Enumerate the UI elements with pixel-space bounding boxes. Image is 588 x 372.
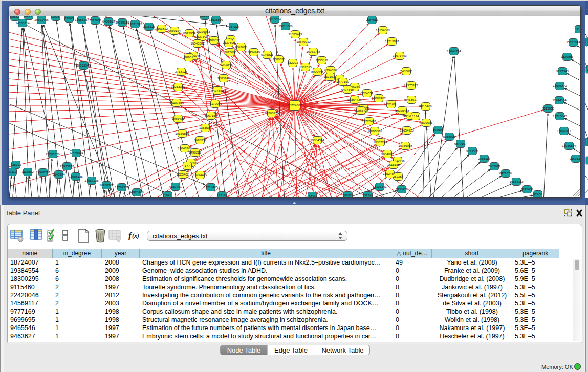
svg-text:8841: 8841 xyxy=(309,194,316,197)
svg-text:1993: 1993 xyxy=(52,16,59,18)
svg-text:9329966: 9329966 xyxy=(561,55,574,58)
svg-text:3624554: 3624554 xyxy=(361,91,374,95)
svg-text:1615152: 1615152 xyxy=(387,163,400,166)
svg-text:18640910: 18640910 xyxy=(296,40,311,43)
svg-text:19218506: 19218506 xyxy=(278,24,293,28)
svg-text:7955812: 7955812 xyxy=(316,58,329,62)
svg-text:9527508: 9527508 xyxy=(223,41,235,45)
svg-text:5274: 5274 xyxy=(364,193,372,197)
svg-text:8471676: 8471676 xyxy=(499,171,512,175)
svg-text:6794028: 6794028 xyxy=(324,68,337,72)
svg-text:1362615: 1362615 xyxy=(299,65,312,69)
svg-text:16961758: 16961758 xyxy=(306,50,320,53)
svg-text:11123: 11123 xyxy=(575,27,580,31)
svg-text:18807249: 18807249 xyxy=(373,140,387,144)
svg-text:8427552: 8427552 xyxy=(211,89,224,92)
svg-text:14055714: 14055714 xyxy=(15,21,30,25)
svg-text:17359924: 17359924 xyxy=(69,151,83,155)
svg-text:9463627: 9463627 xyxy=(405,98,418,101)
svg-text:10973493: 10973493 xyxy=(393,54,407,57)
svg-text:12975115: 12975115 xyxy=(404,83,418,87)
svg-text:15718485: 15718485 xyxy=(204,185,218,189)
svg-text:12444134: 12444134 xyxy=(552,98,567,102)
svg-text:117006: 117006 xyxy=(210,102,221,105)
svg-text:12213369: 12213369 xyxy=(171,85,185,89)
svg-text:16914479: 16914479 xyxy=(193,173,207,177)
svg-text:8454749: 8454749 xyxy=(248,50,260,54)
svg-text:(x): (x) xyxy=(132,232,139,239)
svg-text:1588520: 1588520 xyxy=(273,57,286,61)
svg-text:5958923: 5958923 xyxy=(443,135,456,138)
svg-text:3675685: 3675685 xyxy=(224,50,237,54)
svg-text:2087652: 2087652 xyxy=(366,18,379,21)
svg-text:1733426: 1733426 xyxy=(396,187,408,191)
svg-text:20053346: 20053346 xyxy=(76,63,91,67)
svg-text:12942757: 12942757 xyxy=(36,170,50,174)
svg-text:252254: 252254 xyxy=(393,174,404,178)
svg-text:1043: 1043 xyxy=(164,193,171,197)
svg-text:39119: 39119 xyxy=(9,170,17,173)
svg-text:17016504: 17016504 xyxy=(562,144,576,147)
svg-text:6632: 6632 xyxy=(344,193,352,197)
svg-text:6879197: 6879197 xyxy=(454,142,467,145)
svg-text:1965491: 1965491 xyxy=(172,117,185,120)
svg-text:1194: 1194 xyxy=(412,114,419,118)
svg-text:16671355: 16671355 xyxy=(128,22,142,26)
svg-text:7625402: 7625402 xyxy=(177,172,189,176)
svg-text:9227343: 9227343 xyxy=(556,69,569,73)
svg-text:16033809: 16033809 xyxy=(209,18,223,21)
svg-text:20975867: 20975867 xyxy=(60,164,74,168)
svg-text:2935114: 2935114 xyxy=(478,157,490,160)
svg-text:13692971: 13692971 xyxy=(557,129,571,133)
svg-text:8990448: 8990448 xyxy=(311,70,324,73)
svg-text:10654112: 10654112 xyxy=(509,180,524,183)
svg-text:7663822: 7663822 xyxy=(156,27,168,30)
svg-text:177: 177 xyxy=(185,164,190,167)
svg-text:6466160: 6466160 xyxy=(102,19,115,23)
svg-text:1621072: 1621072 xyxy=(324,75,337,78)
svg-text:19046786: 19046786 xyxy=(178,146,192,150)
svg-text:20206536: 20206536 xyxy=(46,152,60,156)
svg-text:10807487: 10807487 xyxy=(372,96,386,100)
svg-text:8186328: 8186328 xyxy=(208,38,221,42)
svg-text:16782759: 16782759 xyxy=(115,185,129,189)
svg-text:12093872: 12093872 xyxy=(553,84,567,87)
svg-text:16543382: 16543382 xyxy=(190,41,205,45)
svg-text:7632621: 7632621 xyxy=(488,164,501,168)
svg-text:9146821: 9146821 xyxy=(261,53,274,56)
svg-text:9527500: 9527500 xyxy=(195,35,208,38)
svg-text:17957225: 17957225 xyxy=(84,179,99,182)
svg-text:1167533: 1167533 xyxy=(570,157,580,160)
svg-text:16154808: 16154808 xyxy=(376,28,390,32)
svg-text:15720407: 15720407 xyxy=(362,119,376,123)
svg-text:14136141: 14136141 xyxy=(373,185,387,188)
svg-text:12905135: 12905135 xyxy=(69,174,83,178)
svg-text:9777169: 9777169 xyxy=(337,80,350,83)
svg-text:19166825: 19166825 xyxy=(175,132,189,135)
svg-text:2867608: 2867608 xyxy=(235,45,248,49)
svg-text:9242848: 9242848 xyxy=(220,63,233,67)
svg-text:1145194: 1145194 xyxy=(53,172,65,176)
svg-text:10719155: 10719155 xyxy=(115,20,129,24)
svg-text:62160: 62160 xyxy=(386,102,396,106)
svg-text:1353594: 1353594 xyxy=(199,126,212,129)
svg-text:20364436: 20364436 xyxy=(347,98,362,101)
svg-text:88130: 88130 xyxy=(200,16,209,17)
svg-text:7515526: 7515526 xyxy=(143,25,156,28)
svg-text:15751074: 15751074 xyxy=(566,40,580,44)
svg-text:8813054: 8813054 xyxy=(269,17,281,21)
svg-text:9474444: 9474444 xyxy=(466,149,479,152)
svg-text:20552: 20552 xyxy=(10,16,19,18)
svg-text:8986: 8986 xyxy=(25,16,32,17)
svg-text:11325419: 11325419 xyxy=(288,32,302,36)
svg-text:12213967: 12213967 xyxy=(385,39,399,43)
svg-text:1498222: 1498222 xyxy=(189,150,202,154)
svg-text:2216: 2216 xyxy=(219,193,226,197)
svg-text:9660124: 9660124 xyxy=(168,29,181,32)
svg-text:23300275: 23300275 xyxy=(265,111,279,115)
svg-text:2718126: 2718126 xyxy=(175,70,188,73)
svg-text:9084067: 9084067 xyxy=(381,152,394,156)
svg-text:8678332: 8678332 xyxy=(194,138,207,142)
svg-text:832203: 832203 xyxy=(288,61,298,64)
svg-text:1527602: 1527602 xyxy=(89,18,102,22)
